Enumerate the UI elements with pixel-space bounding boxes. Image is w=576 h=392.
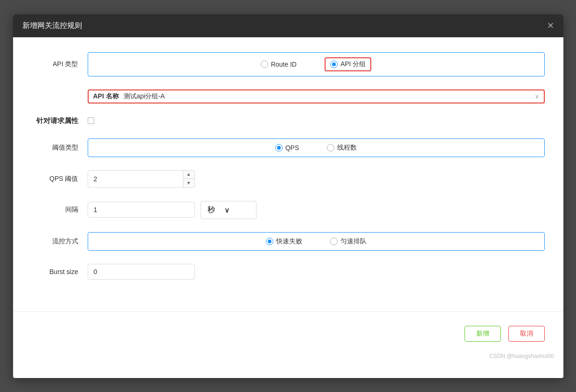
qps-radio-inner (277, 146, 281, 150)
burst-size-label: Burst size (32, 268, 88, 275)
burst-size-control (88, 264, 545, 280)
dialog: 新增网关流控规则 ✕ API 类型 Route ID (13, 14, 563, 378)
fast-fail-label: 快速失败 (276, 237, 302, 246)
queue-option[interactable]: 匀速排队 (330, 237, 367, 246)
qps-stepper: ▲ ▼ (183, 171, 194, 187)
qps-decrement-button[interactable]: ▼ (183, 179, 194, 187)
thread-label: 线程数 (337, 144, 357, 152)
add-button[interactable]: 新增 (465, 326, 501, 342)
threshold-radio-group: QPS 线程数 (88, 138, 545, 157)
flow-control-control: 快速失败 匀速排队 (88, 232, 545, 251)
qps-increment-button[interactable]: ▲ (183, 171, 194, 179)
request-attr-label: 针对请求属性 (32, 117, 88, 125)
api-group-option[interactable]: API 分组 (325, 57, 371, 71)
api-name-chevron-icon: ∨ (535, 93, 539, 100)
qps-radio[interactable] (275, 144, 283, 151)
thread-radio[interactable] (327, 144, 334, 151)
flow-control-label: 流控方式 (32, 237, 88, 246)
close-button[interactable]: ✕ (547, 21, 554, 30)
qps-threshold-label: QPS 阈值 (32, 175, 88, 183)
queue-label: 匀速排队 (340, 237, 367, 246)
api-name-inner-label: API 名称 (93, 92, 124, 101)
watermark: CSDN @huangshaohui00 (13, 353, 563, 364)
threshold-type-label: 阈值类型 (32, 144, 88, 152)
route-id-option[interactable]: Route ID (261, 61, 297, 68)
interval-row: 间隔 秒 ∨ (32, 201, 545, 219)
burst-size-input[interactable] (88, 264, 195, 280)
threshold-type-row: 阈值类型 QPS 线程数 (32, 138, 545, 157)
qps-option[interactable]: QPS (275, 144, 299, 151)
api-group-highlight-box: API 分组 (325, 57, 371, 71)
qps-threshold-control: ▲ ▼ (88, 170, 545, 188)
api-name-highlighted-box: API 名称 测试api分组-A ∨ (88, 89, 545, 103)
api-type-control: Route ID API 分组 (88, 52, 545, 76)
request-attr-checkbox[interactable] (88, 117, 94, 124)
threshold-type-control: QPS 线程数 (88, 138, 545, 157)
api-name-select-wrapper[interactable]: 测试api分组-A ∨ (124, 92, 539, 101)
cancel-button[interactable]: 取消 (508, 326, 545, 342)
route-id-label: Route ID (271, 61, 297, 68)
request-attr-control (88, 117, 94, 124)
flow-control-radio-group: 快速失败 匀速排队 (88, 232, 545, 251)
interval-unit-chevron-icon: ∨ (224, 206, 230, 214)
thread-option[interactable]: 线程数 (327, 144, 357, 152)
api-name-control: API 名称 测试api分组-A ∨ (88, 89, 545, 103)
dialog-header: 新增网关流控规则 ✕ (13, 14, 563, 37)
fast-fail-radio-inner (268, 240, 271, 243)
api-group-radio-inner (332, 62, 336, 66)
interval-input[interactable] (88, 202, 195, 218)
api-type-label: API 类型 (32, 60, 88, 69)
footer-divider (13, 311, 563, 312)
fast-fail-radio[interactable] (266, 238, 273, 245)
qps-threshold-row: QPS 阈值 ▲ ▼ (32, 170, 545, 188)
api-group-label: API 分组 (340, 60, 366, 69)
dialog-footer: 新增 取消 (13, 321, 563, 353)
api-type-row: API 类型 Route ID (32, 52, 545, 76)
fast-fail-option[interactable]: 快速失败 (266, 237, 302, 246)
route-id-radio[interactable] (261, 61, 268, 68)
qps-label: QPS (285, 144, 299, 151)
flow-control-row: 流控方式 快速失败 匀速排队 (32, 232, 545, 251)
request-attr-row: 针对请求属性 (32, 117, 545, 125)
interval-inputs: 秒 ∨ (88, 201, 545, 219)
api-name-value: 测试api分组-A (124, 92, 165, 101)
dialog-body: API 类型 Route ID (13, 37, 563, 302)
interval-control: 秒 ∨ (88, 201, 545, 219)
interval-unit-select[interactable]: 秒 ∨ (201, 201, 257, 219)
queue-radio[interactable] (330, 238, 338, 245)
api-group-radio[interactable] (330, 61, 338, 68)
interval-unit-value: 秒 (208, 205, 215, 215)
burst-size-row: Burst size (32, 264, 545, 280)
dialog-title: 新增网关流控规则 (22, 21, 82, 31)
api-name-row: API 名称 测试api分组-A ∨ (32, 89, 545, 103)
interval-label: 间隔 (32, 206, 88, 214)
qps-threshold-input-box: ▲ ▼ (88, 170, 195, 188)
api-type-radio-group: Route ID API 分组 (88, 52, 545, 76)
qps-threshold-input[interactable] (88, 172, 183, 186)
